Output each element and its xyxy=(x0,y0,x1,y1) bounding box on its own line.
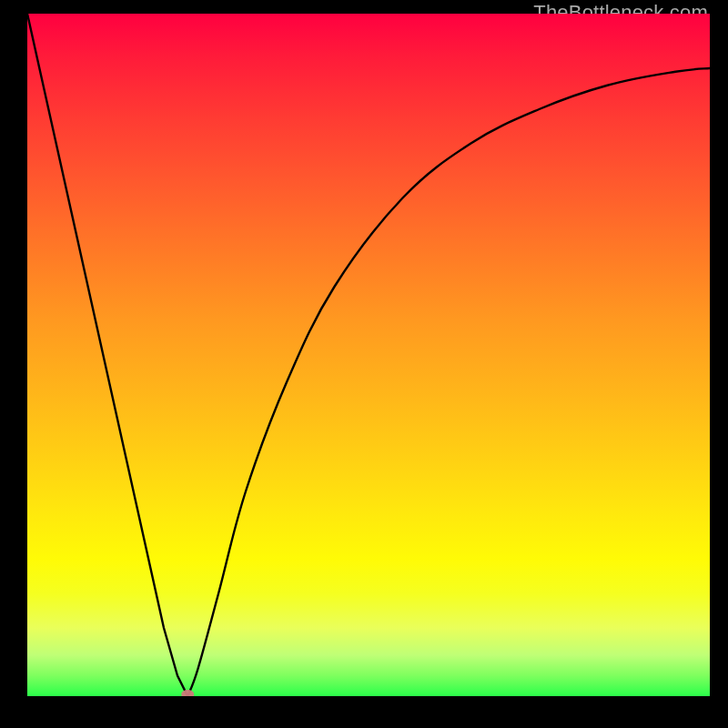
vertex-marker xyxy=(181,690,194,696)
bottleneck-curve xyxy=(27,14,710,696)
curve-layer xyxy=(27,14,710,696)
plot-area xyxy=(27,14,710,696)
chart-container: TheBottleneck.com xyxy=(0,0,728,728)
